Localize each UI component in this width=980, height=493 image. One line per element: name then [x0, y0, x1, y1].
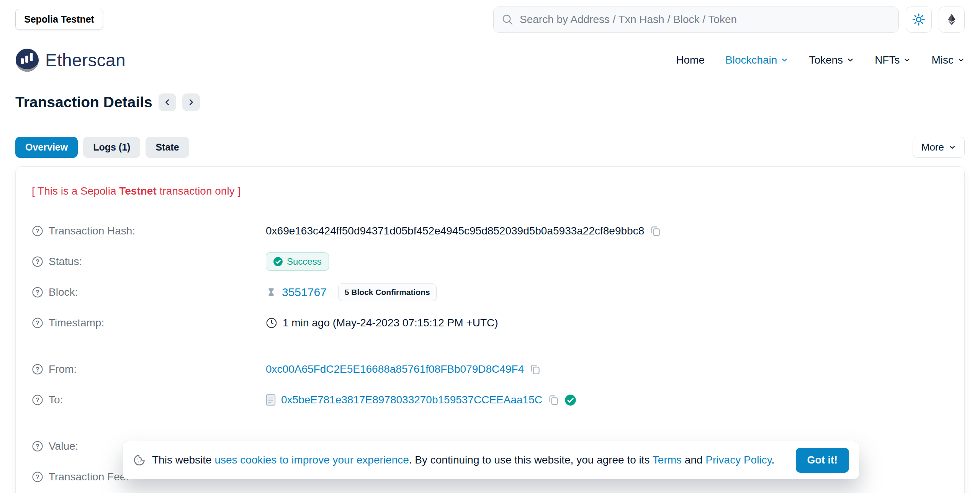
from-address-link[interactable]: 0xc00A65FdC2E5E16688a85761f08FBb079D8C49… [266, 363, 524, 375]
network-badge[interactable]: Sepolia Testnet [15, 9, 103, 30]
svg-text:?: ? [36, 228, 39, 235]
cookie-message: This website uses cookies to improve you… [152, 454, 774, 466]
privacy-policy-link[interactable]: Privacy Policy [705, 454, 771, 466]
more-dropdown-button[interactable]: More [913, 137, 965, 158]
help-icon[interactable]: ? [32, 317, 43, 329]
svg-text:?: ? [36, 366, 39, 373]
row-value: 0xc00A65FdC2E5E16688a85761f08FBb079D8C49… [266, 363, 541, 375]
page-title: Transaction Details [15, 94, 152, 111]
row-label: ? To: [32, 394, 266, 406]
row-transaction-hash: ? Transaction Hash: 0x69e163c424ff50d943… [32, 216, 948, 246]
next-transaction-button[interactable] [182, 93, 200, 111]
timestamp-value: 1 min ago (May-24-2023 07:15:12 PM +UTC) [283, 317, 498, 329]
etherscan-logo[interactable]: Etherscan [15, 48, 126, 72]
copy-from-address-button[interactable] [529, 364, 541, 375]
topbar-right [493, 7, 965, 33]
tab-logs[interactable]: Logs (1) [83, 137, 140, 158]
nav-label: Blockchain [725, 54, 777, 66]
copy-to-address-button[interactable] [548, 394, 559, 406]
row-label: ? Timestamp: [32, 317, 266, 329]
network-switch-button[interactable] [939, 7, 965, 33]
nav-item-home[interactable]: Home [676, 54, 705, 66]
chevron-left-icon [163, 98, 172, 106]
svg-text:?: ? [36, 258, 39, 265]
nav-item-misc[interactable]: Misc [931, 54, 965, 66]
help-icon[interactable]: ? [32, 287, 43, 298]
tabs-row: Overview Logs (1) State More [0, 125, 980, 166]
divider [32, 423, 948, 423]
block-confirmations-badge: 5 Block Confirmations [338, 283, 437, 301]
to-label: To: [49, 394, 63, 406]
got-it-button[interactable]: Got it! [796, 448, 849, 473]
copy-icon [529, 364, 541, 375]
copy-hash-button[interactable] [650, 225, 661, 237]
status-value: Success [287, 256, 322, 267]
timestamp-label: Timestamp: [49, 317, 104, 329]
row-value: 3551767 5 Block Confirmations [266, 283, 437, 301]
cookie-consent-banner: This website uses cookies to improve you… [123, 441, 859, 479]
chevron-down-icon [781, 56, 788, 64]
top-bar: Sepolia Testnet [0, 0, 980, 39]
nav-label: Home [676, 54, 705, 66]
chevron-down-icon [957, 56, 965, 64]
from-label: From: [49, 363, 77, 375]
value-label: Value: [49, 440, 78, 452]
search-input[interactable] [519, 13, 891, 26]
status-badge: Success [266, 252, 329, 271]
theme-toggle-button[interactable] [906, 7, 932, 33]
cookie-text: and [682, 454, 705, 466]
main-nav: Home Blockchain Tokens NFTs Misc [676, 54, 965, 66]
transaction-hash-label: Transaction Hash: [49, 225, 135, 237]
help-icon[interactable]: ? [32, 394, 43, 406]
more-label: More [921, 141, 944, 153]
nav-item-tokens[interactable]: Tokens [809, 54, 854, 66]
row-value: Success [266, 252, 329, 271]
svg-text:?: ? [36, 473, 39, 481]
block-number-link[interactable]: 3551767 [282, 286, 327, 299]
divider [32, 346, 948, 346]
help-icon[interactable]: ? [32, 225, 43, 237]
help-icon[interactable]: ? [32, 256, 43, 267]
svg-text:?: ? [36, 319, 39, 327]
cookies-info-link[interactable]: uses cookies to improve your experience [214, 454, 409, 466]
block-label: Block: [49, 286, 78, 298]
previous-transaction-button[interactable] [159, 93, 176, 111]
nav-item-nfts[interactable]: NFTs [875, 54, 911, 66]
row-label: ? From: [32, 363, 266, 375]
row-value: 1 min ago (May-24-2023 07:15:12 PM +UTC) [266, 317, 498, 329]
testnet-notice-bold: Testnet [119, 185, 157, 197]
terms-link[interactable]: Terms [653, 454, 682, 466]
row-label: ? Status: [32, 256, 266, 268]
nav-item-blockchain[interactable]: Blockchain [725, 54, 788, 66]
nav-label: Misc [931, 54, 954, 66]
cookie-icon [133, 454, 146, 467]
row-to: ? To: 0x5beE781e3817E8978033270b159537CC… [32, 385, 948, 415]
row-timestamp: ? Timestamp: 1 min ago (May-24-2023 07:1… [32, 308, 948, 338]
ethereum-icon [945, 13, 958, 26]
help-icon[interactable]: ? [32, 364, 43, 375]
testnet-notice: [ This is a Sepolia Testnet transaction … [32, 185, 948, 197]
help-icon[interactable]: ? [32, 441, 43, 452]
transaction-hash-value: 0x69e163c424ff50d94371d05bf452e4945c95d8… [266, 225, 644, 237]
tab-state[interactable]: State [146, 137, 189, 158]
nav-bar: Etherscan Home Blockchain Tokens NFTs Mi… [0, 39, 980, 81]
copy-icon [650, 225, 661, 237]
chevron-down-icon [847, 56, 854, 64]
check-circle-icon [273, 257, 283, 267]
chevron-down-icon [949, 144, 956, 151]
row-block: ? Block: 3551767 5 Block Confirmations [32, 277, 948, 308]
etherscan-logo-icon [15, 48, 39, 72]
to-address-link[interactable]: 0x5beE781e3817E8978033270b159537CCEEAaa1… [281, 394, 542, 406]
contract-document-icon [266, 394, 276, 406]
testnet-notice-text: [ This is a Sepolia [32, 185, 119, 197]
svg-text:?: ? [36, 396, 39, 404]
row-status: ? Status: Success [32, 246, 948, 277]
svg-text:?: ? [36, 289, 39, 296]
help-icon[interactable]: ? [32, 471, 43, 483]
tab-overview[interactable]: Overview [15, 137, 78, 158]
row-label: ? Block: [32, 286, 266, 298]
row-label: ? Transaction Hash: [32, 225, 266, 237]
tabs: Overview Logs (1) State [15, 137, 189, 158]
search-box [493, 7, 899, 33]
verified-check-icon [564, 394, 576, 406]
